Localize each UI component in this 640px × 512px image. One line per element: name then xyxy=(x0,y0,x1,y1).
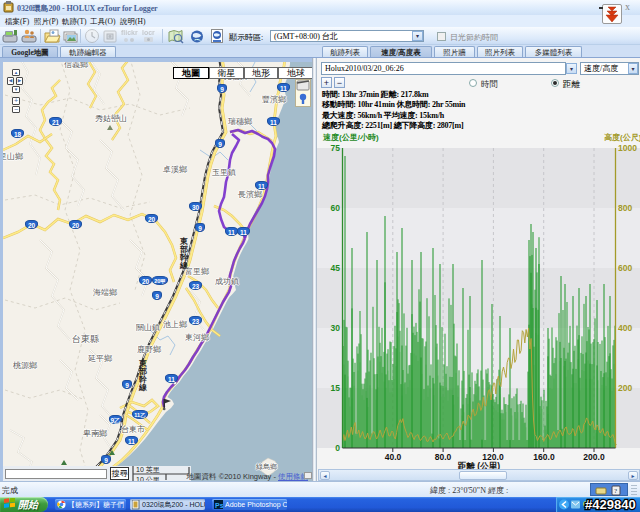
svg-text:40.0: 40.0 xyxy=(385,452,402,462)
svg-text:locr: locr xyxy=(142,29,155,36)
svg-text:400: 400 xyxy=(618,323,632,333)
svg-text:?: ? xyxy=(614,487,617,495)
svg-text:160.0: 160.0 xyxy=(533,452,555,462)
svg-text:200.0: 200.0 xyxy=(583,452,605,462)
svg-text:600: 600 xyxy=(618,263,632,273)
svg-text:1000: 1000 xyxy=(618,144,637,153)
svg-text:80.0: 80.0 xyxy=(435,452,452,462)
svg-text:60: 60 xyxy=(331,203,341,213)
svg-text:Ps: Ps xyxy=(215,502,223,509)
svg-text:30: 30 xyxy=(331,323,341,333)
svg-text:15: 15 xyxy=(331,383,341,393)
svg-text:flickr: flickr xyxy=(121,29,138,36)
svg-text:45: 45 xyxy=(331,263,341,273)
svg-text:200: 200 xyxy=(618,383,632,393)
svg-text:0: 0 xyxy=(335,443,340,453)
svg-text:800: 800 xyxy=(618,203,632,213)
svg-text:75: 75 xyxy=(331,144,341,153)
